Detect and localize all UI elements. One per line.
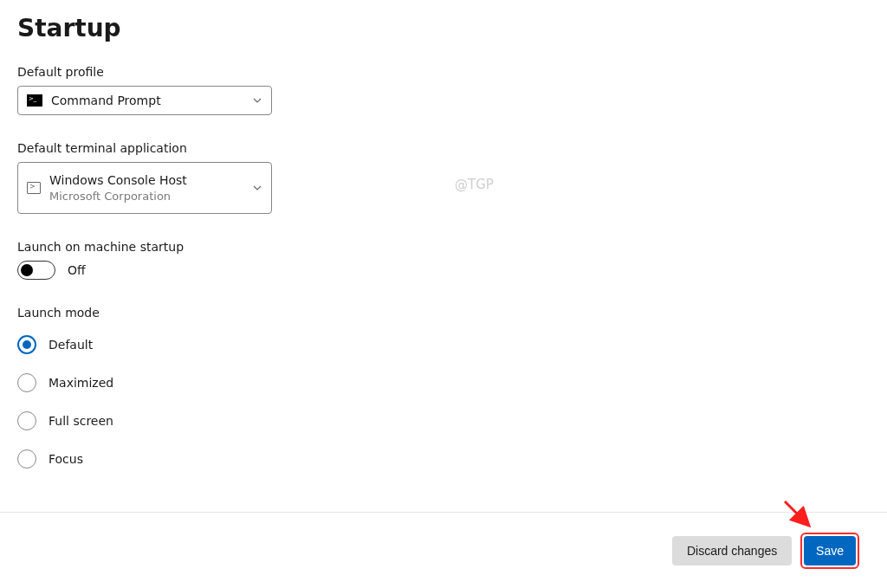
launch-on-startup-toggle[interactable] [17,261,55,280]
default-terminal-app-value: Windows Console Host [49,172,252,189]
save-highlight-annotation: Save [800,533,859,569]
command-prompt-icon [27,94,42,107]
radio-label: Maximized [49,376,113,390]
launch-on-startup-state: Off [68,263,86,277]
default-profile-value: Command Prompt [51,94,252,107]
default-profile-dropdown[interactable]: Command Prompt [17,86,272,115]
radio-icon [17,373,36,392]
console-host-icon [27,182,41,194]
launch-mode-option-focus[interactable]: Focus [17,449,887,468]
save-button[interactable]: Save [804,536,856,565]
default-terminal-app-publisher: Microsoft Corporation [49,189,252,204]
radio-label: Full screen [49,414,113,428]
radio-icon [17,335,36,354]
launch-on-startup-label: Launch on machine startup [17,240,887,254]
toggle-knob [21,264,33,276]
launch-mode-label: Launch mode [17,306,887,320]
launch-mode-option-maximized[interactable]: Maximized [17,373,887,392]
default-terminal-app-label: Default terminal application [17,141,887,155]
page-title: Startup [17,14,887,42]
default-terminal-app-dropdown[interactable]: Windows Console Host Microsoft Corporati… [17,162,272,214]
chevron-down-icon [252,183,262,193]
radio-label: Focus [49,452,83,466]
launch-mode-option-default[interactable]: Default [17,335,887,354]
radio-icon [17,411,36,430]
launch-mode-option-fullscreen[interactable]: Full screen [17,411,887,430]
radio-icon [17,449,36,468]
default-profile-label: Default profile [17,65,887,79]
discard-changes-button[interactable]: Discard changes [672,536,792,565]
chevron-down-icon [252,95,262,106]
footer-bar: Discard changes Save [0,512,887,588]
radio-label: Default [49,338,93,352]
